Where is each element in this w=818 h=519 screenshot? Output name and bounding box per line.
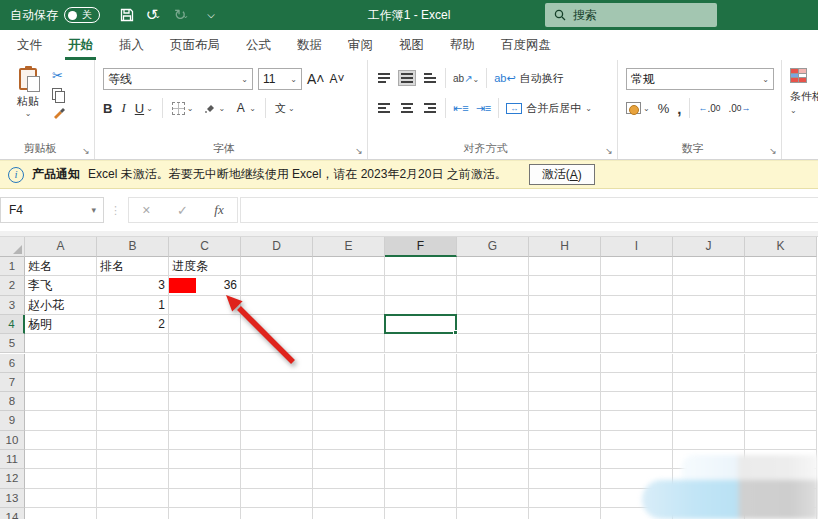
copy-icon[interactable] — [52, 88, 64, 101]
select-all-corner[interactable] — [0, 237, 25, 257]
wrap-text-button[interactable]: ab↩ 自动换行 — [494, 71, 563, 86]
cell-I11[interactable] — [601, 450, 673, 469]
cell-B14[interactable] — [97, 508, 169, 519]
column-header-E[interactable]: E — [313, 237, 385, 257]
cell-D4[interactable] — [241, 315, 313, 334]
cell-D11[interactable] — [241, 450, 313, 469]
column-header-A[interactable]: A — [25, 237, 97, 257]
cell-F5[interactable] — [385, 334, 457, 353]
cancel-icon[interactable]: × — [142, 202, 150, 218]
cell-E8[interactable] — [313, 392, 385, 411]
cell-J5[interactable] — [673, 334, 745, 353]
cell-F2[interactable] — [385, 276, 457, 295]
italic-button[interactable]: I — [121, 100, 125, 116]
cell-G9[interactable] — [457, 411, 529, 430]
tab-公式[interactable]: 公式 — [233, 30, 284, 60]
cell-F10[interactable] — [385, 431, 457, 450]
cell-B3[interactable]: 1 — [97, 296, 169, 315]
cell-F3[interactable] — [385, 296, 457, 315]
cell-J1[interactable] — [673, 257, 745, 276]
merge-center-button[interactable]: ↔ 合并后居中 ⌄ — [506, 101, 592, 116]
cell-A9[interactable] — [25, 411, 97, 430]
undo-icon[interactable]: ↺⌄ — [142, 2, 168, 28]
fill-color-icon[interactable] — [203, 101, 217, 116]
cell-C9[interactable] — [169, 411, 241, 430]
alignment-dialog-launcher-icon[interactable]: ↘ — [604, 146, 614, 156]
column-header-G[interactable]: G — [457, 237, 529, 257]
conditional-formatting-button[interactable]: 条件格 ⌄ — [790, 68, 818, 115]
cell-K7[interactable] — [745, 373, 817, 392]
accounting-format-icon[interactable] — [626, 102, 641, 114]
cell-K4[interactable] — [745, 315, 817, 334]
cell-F6[interactable] — [385, 354, 457, 373]
tab-帮助[interactable]: 帮助 — [437, 30, 488, 60]
cell-I5[interactable] — [601, 334, 673, 353]
cell-K8[interactable] — [745, 392, 817, 411]
cell-K13[interactable] — [745, 489, 817, 508]
cell-C11[interactable] — [169, 450, 241, 469]
activate-button[interactable]: 激活(A) — [529, 164, 595, 185]
cell-A10[interactable] — [25, 431, 97, 450]
enter-icon[interactable]: ✓ — [177, 203, 188, 218]
decrease-font-icon[interactable]: A˅ — [330, 72, 345, 86]
cell-I14[interactable] — [601, 508, 673, 519]
autosave-toggle[interactable]: 关 — [64, 7, 100, 23]
cell-G1[interactable] — [457, 257, 529, 276]
cell-F14[interactable] — [385, 508, 457, 519]
customize-qat-icon[interactable]: ⌵ — [198, 2, 224, 28]
cell-D5[interactable] — [241, 334, 313, 353]
cell-A7[interactable] — [25, 373, 97, 392]
cell-C14[interactable] — [169, 508, 241, 519]
cell-B1[interactable]: 排名 — [97, 257, 169, 276]
cell-I7[interactable] — [601, 373, 673, 392]
tab-视图[interactable]: 视图 — [386, 30, 437, 60]
cell-H6[interactable] — [529, 354, 601, 373]
cell-D6[interactable] — [241, 354, 313, 373]
paste-chevron-icon[interactable]: ⌄ — [8, 109, 48, 118]
cell-A5[interactable] — [25, 334, 97, 353]
increase-font-icon[interactable]: A˄ — [307, 71, 325, 87]
align-top-icon[interactable] — [376, 71, 392, 85]
align-center-icon[interactable] — [399, 101, 415, 115]
cell-E2[interactable] — [313, 276, 385, 295]
cell-J6[interactable] — [673, 354, 745, 373]
row-header-13[interactable]: 13 — [0, 489, 25, 508]
cell-F1[interactable] — [385, 257, 457, 276]
cell-F9[interactable] — [385, 411, 457, 430]
cell-B11[interactable] — [97, 450, 169, 469]
cell-H2[interactable] — [529, 276, 601, 295]
cell-D13[interactable] — [241, 489, 313, 508]
cell-G7[interactable] — [457, 373, 529, 392]
cell-A2[interactable]: 李飞 — [25, 276, 97, 295]
cell-G4[interactable] — [457, 315, 529, 334]
cell-G13[interactable] — [457, 489, 529, 508]
cell-H4[interactable] — [529, 315, 601, 334]
cell-K2[interactable] — [745, 276, 817, 295]
cell-B8[interactable] — [97, 392, 169, 411]
number-dialog-launcher-icon[interactable]: ↘ — [768, 146, 778, 156]
cell-B13[interactable] — [97, 489, 169, 508]
cell-A1[interactable]: 姓名 — [25, 257, 97, 276]
font-color-icon[interactable]: A — [234, 101, 247, 115]
row-header-6[interactable]: 6 — [0, 354, 25, 373]
cell-E6[interactable] — [313, 354, 385, 373]
cell-J11[interactable] — [673, 450, 745, 469]
cell-I4[interactable] — [601, 315, 673, 334]
selected-cell-outline[interactable] — [384, 314, 457, 334]
cell-F7[interactable] — [385, 373, 457, 392]
cell-I6[interactable] — [601, 354, 673, 373]
cell-E11[interactable] — [313, 450, 385, 469]
cell-F11[interactable] — [385, 450, 457, 469]
align-middle-icon[interactable] — [399, 71, 415, 85]
cell-H8[interactable] — [529, 392, 601, 411]
cell-A13[interactable] — [25, 489, 97, 508]
cell-K10[interactable] — [745, 431, 817, 450]
cell-D14[interactable] — [241, 508, 313, 519]
cell-D2[interactable] — [241, 276, 313, 295]
tab-插入[interactable]: 插入 — [106, 30, 157, 60]
bold-button[interactable]: B — [103, 101, 112, 116]
format-painter-icon[interactable] — [52, 106, 66, 119]
column-header-J[interactable]: J — [673, 237, 745, 257]
cell-G5[interactable] — [457, 334, 529, 353]
row-header-11[interactable]: 11 — [0, 450, 25, 469]
